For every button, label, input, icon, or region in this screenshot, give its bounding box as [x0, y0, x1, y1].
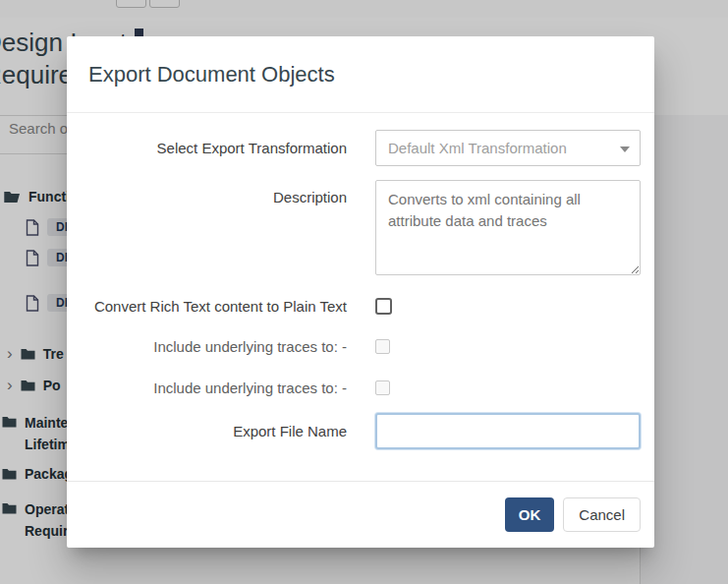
include-traces-checkbox-2[interactable]	[375, 380, 390, 395]
cancel-button[interactable]: Cancel	[563, 497, 641, 532]
chevron-down-icon	[620, 146, 630, 152]
dialog-footer: OK Cancel	[67, 481, 654, 548]
dialog-title: Export Document Objects	[88, 62, 335, 88]
export-file-name-input[interactable]	[375, 413, 641, 449]
dialog-header: Export Document Objects	[67, 36, 654, 113]
description-label: Description	[67, 180, 347, 205]
include-traces-checkbox-1[interactable]	[375, 339, 390, 354]
include-traces-label-1: Include underlying traces to: -	[67, 339, 347, 354]
description-textarea[interactable]: Converts to xml containing all attribute…	[375, 180, 641, 275]
convert-rich-text-checkbox[interactable]	[375, 298, 392, 315]
ok-button[interactable]: OK	[505, 497, 555, 532]
export-document-objects-dialog: Export Document Objects Select Export Tr…	[67, 36, 654, 548]
transformation-label: Select Export Transformation	[67, 130, 347, 166]
transformation-select-value: Default Xml Transformation	[388, 140, 567, 156]
include-traces-label-2: Include underlying traces to: -	[67, 380, 347, 395]
convert-rich-text-label: Convert Rich Text content to Plain Text	[67, 298, 347, 315]
export-file-name-label: Export File Name	[67, 413, 347, 449]
transformation-select[interactable]: Default Xml Transformation	[375, 130, 641, 166]
